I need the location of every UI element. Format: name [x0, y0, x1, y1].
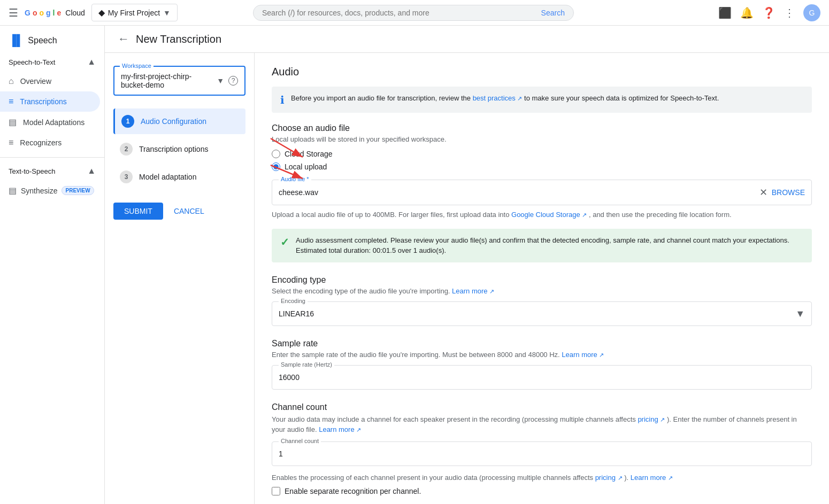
gcs-link[interactable]: Google Cloud Storage — [511, 211, 580, 219]
transcriptions-icon: ≡ — [9, 97, 13, 106]
enable-recognition-checkbox[interactable] — [272, 487, 280, 495]
stt-label: Speech-to-Text — [9, 58, 55, 66]
radio-cloud-input[interactable] — [272, 150, 280, 158]
best-practices-link[interactable]: best practices — [473, 94, 516, 102]
info-text-before: Before you import an audio file for tran… — [291, 94, 473, 102]
wizard-step-2[interactable]: 2 Transcription options — [113, 136, 245, 162]
cancel-button[interactable]: CANCEL — [170, 203, 209, 220]
pricing-link[interactable]: pricing — [638, 415, 658, 423]
gcs-link-icon: ↗ — [582, 212, 587, 218]
sidebar-item-recognizers[interactable]: ≡ Recognizers — [0, 133, 100, 153]
channel-count-title: Channel count — [272, 402, 812, 412]
channel-count-desc: Your audio data may include a channel fo… — [272, 414, 812, 435]
radio-local-upload[interactable]: Local upload — [272, 162, 812, 171]
encoding-desc-text: Select the encoding type of the audio fi… — [272, 287, 452, 295]
checkbox-pricing-link[interactable]: pricing — [595, 474, 616, 482]
project-icon: ◆ — [98, 7, 105, 18]
wizard-step-1[interactable]: 1 Audio Configuration — [113, 108, 245, 134]
terminal-icon[interactable]: ⬛ — [718, 6, 732, 19]
radio-local-label: Local upload — [285, 162, 327, 171]
radio-group: Cloud Storage Local upload — [272, 150, 812, 171]
sidebar-item-label-model: Model Adaptations — [23, 118, 85, 127]
wizard-panel: Workspace my-first-project-chirp-bucket-… — [105, 53, 255, 504]
pricing-link-icon: ↗ — [660, 416, 665, 423]
google-cloud-logo: Google Cloud — [25, 9, 85, 17]
checkbox-pricing-icon: ↗ — [618, 475, 623, 481]
checkbox-learn-more-icon: ↗ — [668, 475, 673, 481]
workspace-selector: Workspace my-first-project-chirp-bucket-… — [113, 66, 245, 96]
channel-desc-1: Your audio data may include a channel fo… — [272, 415, 638, 423]
search-input[interactable] — [262, 9, 537, 17]
hamburger-icon[interactable]: ☰ — [9, 6, 18, 19]
avatar[interactable]: G — [803, 4, 820, 21]
channel-learn-more-link[interactable]: Learn more — [319, 425, 354, 433]
sidebar-item-label-recognizers: Recognizers — [20, 138, 62, 147]
search-bar: Search — [253, 5, 574, 21]
sidebar-section-header-stt[interactable]: Speech-to-Text ▲ — [0, 53, 104, 71]
sample-rate-learn-more-link[interactable]: Learn more — [562, 351, 597, 359]
upload-hint-text: Upload a local audio file of up to 400MB… — [272, 211, 511, 219]
submit-button[interactable]: SUBMIT — [113, 203, 163, 220]
sidebar-item-transcriptions[interactable]: ≡ Transcriptions — [0, 91, 100, 112]
project-name: My First Project — [108, 9, 160, 17]
sample-rate-desc: Enter the sample rate of the audio file … — [272, 351, 812, 359]
encoding-select[interactable]: LINEAR16 FLAC MULAW AMR AMR_WB OGG_OPUS … — [272, 302, 811, 325]
workspace-help-icon[interactable]: ? — [228, 76, 238, 86]
sample-rate-field-label: Sample rate (Hertz) — [279, 361, 334, 368]
encoding-desc: Select the encoding type of the audio fi… — [272, 287, 812, 295]
sidebar-item-synthesize[interactable]: ▤ Synthesize PREVIEW — [0, 180, 100, 201]
checkbox-learn-more-link[interactable]: Learn more — [631, 474, 666, 482]
encoding-title: Encoding type — [272, 275, 812, 285]
checkbox-label-text: Enable separate recognition per channel. — [285, 487, 421, 495]
wizard-step-3[interactable]: 3 Model adaptation — [113, 164, 245, 190]
sample-rate-desc-text: Enter the sample rate of the audio file … — [272, 351, 562, 359]
file-name: cheese.wav — [279, 188, 755, 197]
success-text: Audio assessment completed. Please revie… — [296, 235, 803, 256]
encoding-learn-more-link[interactable]: Learn more — [452, 287, 487, 295]
recognizers-icon: ≡ — [9, 138, 13, 148]
top-nav: ☰ Google Cloud ◆ My First Project ▼ Sear… — [0, 0, 829, 26]
radio-cloud-storage[interactable]: Cloud Storage — [272, 150, 812, 158]
external-link-icon: ↗ — [517, 95, 522, 102]
wizard-actions: SUBMIT CANCEL — [113, 203, 245, 220]
channel-checkbox-desc: Enables the processing of each channel p… — [272, 472, 812, 483]
help-icon[interactable]: ❓ — [762, 6, 776, 19]
page-title: New Transcription — [136, 33, 221, 45]
step-2-number: 2 — [120, 143, 133, 156]
radio-local-input[interactable] — [272, 162, 280, 171]
project-dropdown-icon: ▼ — [163, 9, 171, 17]
workspace-dropdown-icon[interactable]: ▼ — [217, 76, 224, 85]
back-button[interactable]: ← — [118, 32, 129, 46]
sidebar-section-header-tts[interactable]: Text-to-Speech ▲ — [0, 162, 104, 180]
step-2-label: Transcription options — [139, 145, 208, 153]
file-clear-icon[interactable]: ✕ — [759, 187, 767, 198]
enable-recognition-checkbox-label[interactable]: Enable separate recognition per channel. — [272, 487, 812, 495]
info-text-after: to make sure your speech data is optimiz… — [524, 94, 719, 102]
success-icon: ✓ — [280, 236, 289, 249]
sidebar-item-label-synthesize: Synthesize — [21, 187, 57, 195]
browse-button[interactable]: BROWSE — [772, 188, 805, 197]
more-icon[interactable]: ⋮ — [784, 6, 795, 19]
search-button[interactable]: Search — [541, 9, 565, 17]
stt-chevron-icon: ▲ — [87, 57, 96, 67]
speech-logo-text: Speech — [28, 36, 57, 45]
encoding-learn-more-icon: ↗ — [489, 288, 494, 294]
channel-count-input[interactable] — [272, 442, 811, 466]
right-panel: Audio ℹ Before you import an audio file … — [255, 53, 829, 504]
tts-label: Text-to-Speech — [9, 167, 55, 175]
sample-rate-input[interactable] — [272, 366, 811, 389]
sample-rate-learn-more-icon: ↗ — [599, 352, 604, 358]
choose-audio-title: Choose an audio file — [272, 123, 812, 133]
project-selector[interactable]: ◆ My First Project ▼ — [91, 4, 178, 21]
audio-file-label: Audio file * — [279, 176, 311, 182]
channel-count-field-label: Channel count — [279, 438, 321, 444]
success-box: ✓ Audio assessment completed. Please rev… — [272, 229, 812, 262]
upload-hint: Upload a local audio file of up to 400MB… — [272, 210, 812, 220]
sidebar-item-model-adaptations[interactable]: ▤ Model Adaptations — [0, 112, 100, 133]
bell-icon[interactable]: 🔔 — [740, 6, 754, 19]
sidebar-item-overview[interactable]: ⌂ Overview — [0, 71, 100, 91]
step-1-number: 1 — [121, 115, 134, 128]
channel-count-section: Channel count Your audio data may includ… — [272, 402, 812, 496]
sidebar-section-speech-to-text: Speech-to-Text ▲ ⌂ Overview ≡ Transcript… — [0, 53, 104, 153]
info-icon: ℹ — [280, 94, 285, 106]
